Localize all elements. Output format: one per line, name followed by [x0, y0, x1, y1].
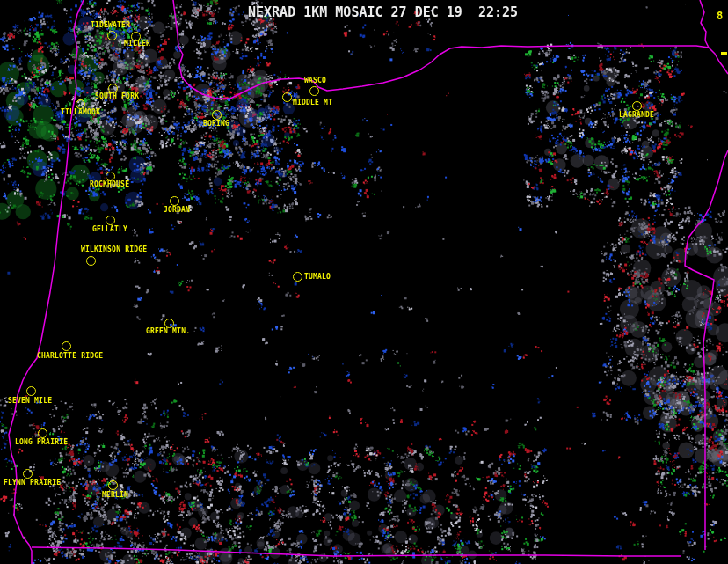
station-label-seven-mile: SEVEN MILE [8, 398, 52, 405]
station-circle-tidewater [107, 31, 117, 40]
station-label-gellatly: GELLATLY [92, 226, 127, 233]
station-label-tillamook: TILLAMOOK [61, 109, 100, 116]
station-label-middle-mt: MIDDLE MT [293, 99, 332, 106]
station-circle-gellatly [106, 216, 115, 225]
station-label-jordan: JORDAN [164, 207, 190, 214]
station-label-merlin: MERLIN [102, 492, 128, 499]
station-label-wasco: WASCO [304, 77, 326, 84]
station-circle-middle-mt [282, 92, 292, 102]
station-circle-charlotte-ridge [62, 341, 71, 351]
station-label-boring: BORING [203, 121, 229, 128]
station-label-wilkinson-ridge: WILKINSON RIDGE [81, 246, 147, 253]
station-label-flynn-prairie: FLYNN PRAIRIE [4, 480, 61, 487]
station-label-tidewater: TIDEWATER [91, 22, 130, 29]
station-label-tumalo: TUMALO [304, 274, 331, 281]
station-label-lagrande: LAGRANDE [619, 112, 654, 119]
station-circle-merlin [108, 480, 118, 490]
station-label-green-mtn: GREEN MTN. [146, 328, 190, 335]
station-circle-flynn-prairie [23, 469, 33, 479]
station-label-charlotte-ridge: CHARLOTTE RIDGE [37, 353, 103, 360]
station-circle-wilkinson-ridge [86, 256, 96, 266]
station-circle-jordan [170, 196, 179, 206]
station-label-miller: MILLER [124, 40, 150, 48]
station-circle-boring [212, 110, 222, 120]
radar-map: TIDEWATERMILLERSOUTH FORKTILLAMOOKWASCOM… [0, 0, 728, 564]
station-circle-long-prairie [38, 428, 47, 438]
station-circle-lagrande [632, 101, 642, 111]
station-circle-seven-mile [26, 386, 36, 396]
edge-label-8: 8 [717, 11, 723, 21]
stations-layer: TIDEWATERMILLERSOUTH FORKTILLAMOOKWASCOM… [0, 0, 728, 564]
station-circle-wasco [309, 86, 319, 96]
station-circle-tumalo [293, 272, 302, 282]
station-label-rockhouse: ROCKHOUSE [90, 181, 129, 188]
clipped-station-mark [721, 52, 727, 55]
map-title: NEXRAD 1KM MOSAIC 27 DEC 19 22:25 [248, 6, 518, 19]
station-label-south-fork: SOUTH FORK [95, 93, 139, 100]
station-label-long-prairie: LONG PRAIRIE [15, 439, 68, 446]
